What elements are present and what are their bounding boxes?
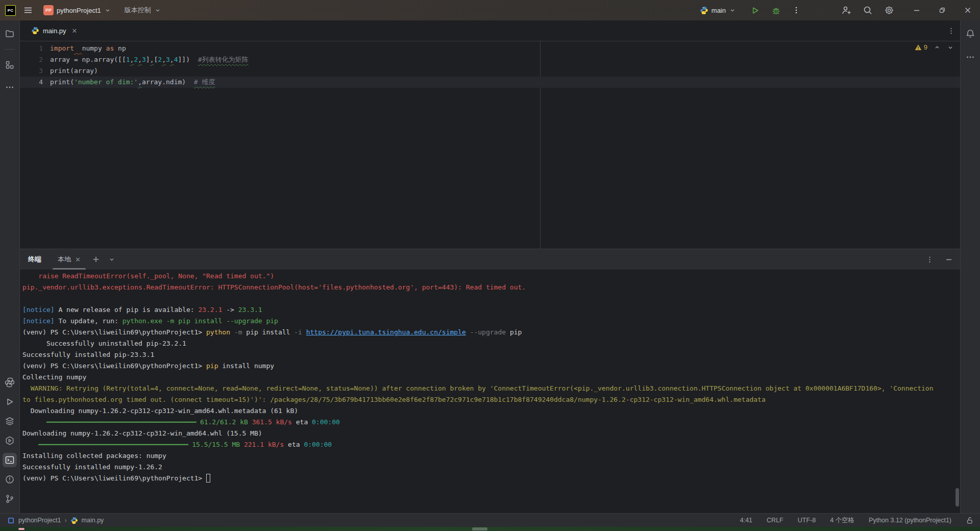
indent-setting[interactable]: 4 个空格 <box>830 516 854 525</box>
project-selector[interactable]: PP pythonProject1 <box>40 3 114 17</box>
breadcrumb-file[interactable]: main.py <box>82 517 104 524</box>
structure-icon[interactable] <box>3 58 17 72</box>
terminal-tab-close-icon[interactable]: ✕ <box>75 256 81 263</box>
gear-icon[interactable] <box>884 5 894 15</box>
line-number: 2 <box>20 54 43 65</box>
code-lines: 1import numpy as np2array = np.array([[1… <box>20 43 960 88</box>
line-separator[interactable]: CRLF <box>767 517 783 524</box>
hamburger-menu-icon[interactable] <box>23 5 33 15</box>
caret-position[interactable]: 4:41 <box>740 517 752 524</box>
tab-close-icon[interactable]: ✕ <box>72 27 78 35</box>
terminal-line: pip._vendor.urllib3.exceptions.ReadTimeo… <box>22 282 960 293</box>
breadcrumb: pythonProject1 › main.py <box>7 517 104 524</box>
terminal-header: 终端 本地 ✕ <box>20 249 960 270</box>
more-horizontal-icon[interactable] <box>963 50 977 64</box>
kebab-menu-icon[interactable] <box>792 6 800 14</box>
tab-filename: main.py <box>43 27 66 35</box>
inspection-widget[interactable]: 9 <box>915 43 954 51</box>
breadcrumb-separator: › <box>64 517 66 524</box>
code-text: import numpy as np <box>50 43 126 54</box>
terminal-line: WARNING: Retrying (Retry(total=4, connec… <box>22 383 960 394</box>
code-text: print('number of dim:',array.ndim) # 维度 <box>50 77 215 88</box>
services-icon[interactable] <box>3 414 17 428</box>
terminal-lines: raise ReadTimeoutError(self._pool, None,… <box>22 271 960 484</box>
desktop-taskbar-sliver <box>0 527 980 531</box>
code-line[interactable]: 2array = np.array([[1,2,3],[2,3,4]]) #列表… <box>20 54 960 65</box>
terminal-line: [notice] To update, run: python.exe -m p… <box>22 316 960 327</box>
more-horizontal-icon[interactable] <box>3 80 17 94</box>
run-outline-icon[interactable] <box>3 395 17 409</box>
debug-icon[interactable] <box>771 6 781 15</box>
terminal-output[interactable]: raise ReadTimeoutError(self._pool, None,… <box>20 270 960 513</box>
code-line[interactable]: 3print(array) <box>20 65 960 77</box>
pycharm-window: PC PP pythonProject1 版本控制 main <box>0 0 980 531</box>
terminal-line: raise ReadTimeoutError(self._pool, None,… <box>22 271 960 282</box>
python-interpreter[interactable]: Python 3.12 (pythonProject1) <box>869 517 951 524</box>
restore-icon[interactable] <box>938 6 946 14</box>
code-text: print(array) <box>50 65 98 77</box>
terminal-line: (venv) PS C:\Users\liweilin69\pythonProj… <box>22 360 960 372</box>
terminal-panel: 终端 本地 ✕ <box>20 249 960 513</box>
python-console-icon[interactable] <box>3 433 17 448</box>
editor-area: main.py ✕ 1import numpy as np2array = np… <box>20 20 960 249</box>
line-number: 4 <box>20 77 43 88</box>
close-icon[interactable] <box>964 6 972 14</box>
unlocked-padlock-icon[interactable] <box>966 516 974 524</box>
status-bar: pythonProject1 › main.py 4:41 CRLF UTF-8… <box>0 513 980 527</box>
terminal-panel-title[interactable]: 终端 <box>28 255 41 264</box>
terminal-line: Installing collected packages: numpy <box>22 450 960 462</box>
new-terminal-plus-icon[interactable] <box>92 255 100 263</box>
editor-tab-bar: main.py ✕ <box>20 20 960 41</box>
project-badge: PP <box>43 5 54 15</box>
terminal-line: ━━━━━━━━━━━━━━━━━━━━━━━━━━━━━━━━━━━━━━━━… <box>22 439 960 450</box>
pycharm-logo: PC <box>5 5 16 16</box>
terminal-tab-label: 本地 <box>58 255 71 264</box>
minimize-icon[interactable] <box>913 6 921 14</box>
terminal-line: (venv) PS C:\Users\liweilin69\pythonProj… <box>22 473 960 484</box>
tab-main-py[interactable]: main.py ✕ <box>28 20 80 41</box>
module-icon <box>7 517 15 524</box>
python-logo-icon <box>700 6 708 15</box>
terminal-type-chevron-down-icon[interactable] <box>108 256 115 263</box>
folder-icon[interactable] <box>3 27 17 41</box>
breadcrumb-project[interactable]: pythonProject1 <box>18 517 61 524</box>
code-line[interactable]: 1import numpy as np <box>20 43 960 54</box>
code-text: array = np.array([[1,2,3],[2,3,4]]) #列表转… <box>50 54 248 65</box>
run-configuration[interactable]: main <box>697 4 739 17</box>
vcs-menu[interactable]: 版本控制 <box>121 4 164 17</box>
terminal-scrollbar[interactable] <box>955 488 959 506</box>
run-icon[interactable] <box>750 6 760 15</box>
terminal-line: ━━━━━━━━━━━━━━━━━━━━━━━━━━━━━━━━━━━━━━━━… <box>22 417 960 428</box>
warning-triangle-icon <box>915 44 922 51</box>
taskbar-item-gray <box>472 527 487 530</box>
terminal-line: to files.pythonhosted.org timed out. (co… <box>22 394 960 405</box>
python-packages-icon[interactable] <box>3 375 17 390</box>
tab-options-kebab-icon[interactable] <box>947 27 955 35</box>
terminal-line: Downloading numpy-1.26.2-cp312-cp312-win… <box>22 428 960 439</box>
terminal-cursor <box>206 474 210 482</box>
terminal-line: Successfully installed numpy-1.26.2 <box>22 462 960 473</box>
terminal-options-kebab-icon[interactable] <box>926 256 934 263</box>
bell-icon[interactable] <box>963 27 977 41</box>
code-editor[interactable]: 1import numpy as np2array = np.array([[1… <box>20 41 960 249</box>
file-encoding[interactable]: UTF-8 <box>798 517 816 524</box>
chevron-down-icon[interactable] <box>947 44 954 51</box>
terminal-line: Successfully installed pip-23.3.1 <box>22 349 960 360</box>
code-line[interactable]: 4print('number of dim:',array.ndim) # 维度 <box>20 77 960 88</box>
version-control-icon[interactable] <box>3 492 17 506</box>
chevron-up-icon[interactable] <box>934 44 941 51</box>
chevron-down-icon <box>729 7 736 14</box>
hide-panel-minimize-icon[interactable] <box>945 255 953 263</box>
terminal-line: [notice] A new release of pip is availab… <box>22 304 960 316</box>
python-file-icon <box>31 27 39 35</box>
add-user-icon[interactable] <box>841 5 851 15</box>
search-icon[interactable] <box>863 5 873 15</box>
branch-name: main <box>712 7 726 14</box>
problems-icon[interactable] <box>3 472 17 487</box>
terminal-line: Successfully uninstalled pip-23.2.1 <box>22 338 960 349</box>
terminal-tab-local[interactable]: 本地 ✕ <box>55 249 84 270</box>
terminal-link[interactable]: https://pypi.tuna.tsinghua.edu.cn/simple <box>306 328 466 336</box>
terminal-line: Downloading numpy-1.26.2-cp312-cp312-win… <box>22 405 960 417</box>
terminal-icon[interactable] <box>3 453 17 467</box>
right-tool-strip <box>960 20 980 513</box>
